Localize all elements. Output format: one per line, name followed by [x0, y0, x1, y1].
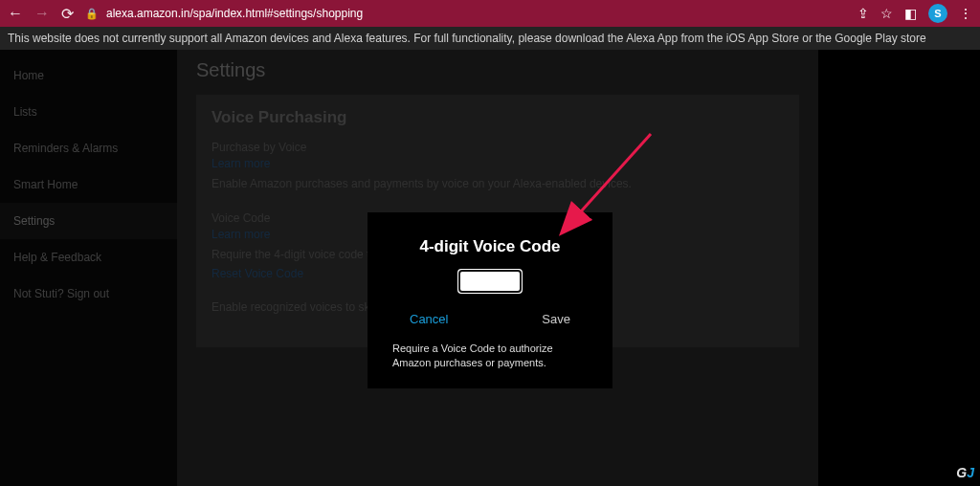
bookmark-icon[interactable]: ☆ [880, 6, 893, 21]
lock-icon: 🔒 [85, 8, 99, 20]
voice-code-modal: 4-digit Voice Code Cancel Save Require a… [368, 212, 612, 388]
sidebar-item-lists[interactable]: Lists [0, 94, 177, 130]
sidebar-item-smart-home[interactable]: Smart Home [0, 166, 177, 203]
share-icon[interactable]: ⇪ [858, 6, 869, 21]
compatibility-banner: This website does not currently support … [0, 27, 980, 50]
profile-avatar[interactable]: S [928, 4, 947, 23]
browser-toolbar: ← → ⟳ 🔒 alexa.amazon.in/spa/index.html#s… [0, 0, 980, 27]
reload-button[interactable]: ⟳ [61, 5, 74, 23]
sidebar: Home Lists Reminders & Alarms Smart Home… [0, 50, 177, 486]
url-text: alexa.amazon.in/spa/index.html#settings/… [106, 7, 363, 20]
address-bar[interactable]: 🔒 alexa.amazon.in/spa/index.html#setting… [85, 7, 846, 20]
setting-description: Enable Amazon purchases and payments by … [212, 176, 784, 192]
extensions-icon[interactable]: ◧ [904, 6, 917, 21]
modal-title: 4-digit Voice Code [387, 237, 593, 256]
sidebar-item-settings[interactable]: Settings [0, 203, 177, 239]
cancel-button[interactable]: Cancel [410, 312, 448, 326]
card-title: Voice Purchasing [212, 108, 784, 127]
save-button[interactable]: Save [542, 312, 570, 326]
voice-code-input[interactable] [458, 270, 522, 293]
watermark: GJ [956, 465, 974, 480]
sidebar-item-signout[interactable]: Not Stuti? Sign out [0, 276, 177, 312]
setting-purchase-by-voice: Purchase by Voice Learn more Enable Amaz… [212, 141, 784, 192]
sidebar-item-help[interactable]: Help & Feedback [0, 239, 177, 276]
forward-button[interactable]: → [34, 5, 50, 22]
menu-icon[interactable]: ⋮ [959, 6, 972, 21]
page-title: Settings [196, 59, 799, 81]
sidebar-item-reminders[interactable]: Reminders & Alarms [0, 130, 177, 166]
modal-description: Require a Voice Code to authorize Amazon… [387, 342, 593, 371]
back-button[interactable]: ← [8, 5, 23, 22]
setting-label: Purchase by Voice [212, 141, 784, 154]
learn-more-link[interactable]: Learn more [212, 157, 784, 170]
sidebar-item-home[interactable]: Home [0, 57, 177, 94]
